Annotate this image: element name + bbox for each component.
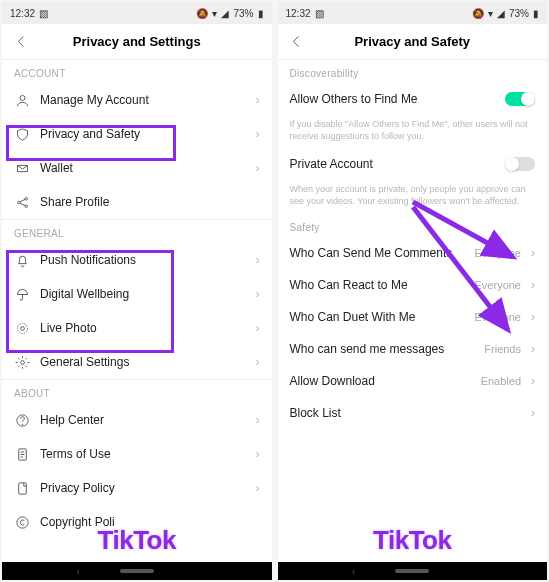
status-dnd-icon: 🔕 bbox=[472, 8, 484, 19]
svg-point-11 bbox=[16, 516, 27, 527]
header: Privacy and Settings bbox=[2, 24, 272, 60]
chevron-right-icon: › bbox=[531, 310, 535, 324]
row-help-center[interactable]: Help Center › bbox=[2, 403, 272, 437]
back-button[interactable] bbox=[12, 33, 30, 51]
svg-rect-10 bbox=[18, 482, 26, 493]
chevron-right-icon: › bbox=[256, 161, 260, 175]
status-battery-icon: ▮ bbox=[533, 8, 539, 19]
settings-list: ACCOUNT Manage My Account › Privacy and … bbox=[2, 60, 272, 562]
chevron-right-icon: › bbox=[531, 246, 535, 260]
row-terms[interactable]: Terms of Use › bbox=[2, 437, 272, 471]
chevron-right-icon: › bbox=[256, 481, 260, 495]
status-battery: 73% bbox=[233, 8, 253, 19]
android-navbar: ‹ › bbox=[2, 562, 272, 580]
row-general-settings[interactable]: General Settings › bbox=[2, 345, 272, 379]
row-label: Who Can Send Me Comments bbox=[290, 246, 465, 260]
chevron-right-icon: › bbox=[256, 413, 260, 427]
chevron-right-icon: › bbox=[531, 342, 535, 356]
svg-point-3 bbox=[25, 205, 28, 208]
android-navbar: ‹ › bbox=[278, 562, 548, 580]
chevron-right-icon: › bbox=[256, 253, 260, 267]
chevron-right-icon: › bbox=[256, 355, 260, 369]
page-title: Privacy and Safety bbox=[278, 34, 548, 49]
row-label: Digital Wellbeing bbox=[40, 287, 246, 301]
nav-home-pill[interactable] bbox=[120, 569, 154, 573]
section-account: ACCOUNT bbox=[2, 60, 272, 83]
row-private-account[interactable]: Private Account bbox=[278, 148, 548, 180]
row-block-list[interactable]: Block List › bbox=[278, 397, 548, 429]
chevron-right-icon: › bbox=[531, 406, 535, 420]
row-value: Everyone bbox=[475, 247, 521, 259]
chevron-right-icon: › bbox=[256, 127, 260, 141]
row-label: Live Photo bbox=[40, 321, 246, 335]
status-wifi-icon: ▾ bbox=[488, 8, 493, 19]
row-label: Push Notifications bbox=[40, 253, 246, 267]
share-icon bbox=[14, 194, 30, 210]
row-react[interactable]: Who Can React to Me Everyone › bbox=[278, 269, 548, 301]
phone-right: 12:32▧ 🔕▾◢73%▮ Privacy and Safety Discov… bbox=[278, 2, 548, 580]
svg-point-0 bbox=[20, 95, 25, 100]
chevron-right-icon: › bbox=[531, 374, 535, 388]
help-icon bbox=[14, 412, 30, 428]
row-digital-wellbeing[interactable]: Digital Wellbeing › bbox=[2, 277, 272, 311]
status-battery-icon: ▮ bbox=[258, 8, 264, 19]
row-wallet[interactable]: Wallet › bbox=[2, 151, 272, 185]
row-label: Who Can Duet With Me bbox=[290, 310, 465, 324]
shield-icon bbox=[14, 126, 30, 142]
status-app-icon: ▧ bbox=[315, 8, 324, 19]
status-signal-icon: ◢ bbox=[497, 8, 505, 19]
toggle-private[interactable] bbox=[505, 157, 535, 171]
row-manage-account[interactable]: Manage My Account › bbox=[2, 83, 272, 117]
row-value: Friends bbox=[484, 343, 521, 355]
row-messages[interactable]: Who can send me messages Friends › bbox=[278, 333, 548, 365]
row-download[interactable]: Allow Download Enabled › bbox=[278, 365, 548, 397]
policy-icon bbox=[14, 480, 30, 496]
back-arrow-icon bbox=[14, 34, 29, 49]
umbrella-icon bbox=[14, 286, 30, 302]
status-bar: 12:32▧ 🔕▾◢73%▮ bbox=[278, 2, 548, 24]
privacy-list: Discoverability Allow Others to Find Me … bbox=[278, 60, 548, 562]
row-label: Share Profile bbox=[40, 195, 260, 209]
row-privacy-safety[interactable]: Privacy and Safety › bbox=[2, 117, 272, 151]
header: Privacy and Safety bbox=[278, 24, 548, 60]
row-duet[interactable]: Who Can Duet With Me Everyone › bbox=[278, 301, 548, 333]
nav-home-pill[interactable] bbox=[395, 569, 429, 573]
nav-back-icon[interactable]: ‹ bbox=[352, 566, 355, 577]
nav-back-icon[interactable]: ‹ bbox=[76, 566, 79, 577]
svg-point-4 bbox=[20, 326, 24, 330]
person-icon bbox=[14, 92, 30, 108]
row-value: Enabled bbox=[481, 375, 521, 387]
live-photo-icon bbox=[14, 320, 30, 336]
section-general: GENERAL bbox=[2, 220, 272, 243]
row-share-profile[interactable]: Share Profile bbox=[2, 185, 272, 219]
row-label: Help Center bbox=[40, 413, 246, 427]
section-discoverability: Discoverability bbox=[278, 60, 548, 83]
copyright-icon bbox=[14, 514, 30, 530]
svg-point-5 bbox=[17, 323, 27, 333]
row-copyright[interactable]: Copyright Poli bbox=[2, 505, 272, 539]
svg-point-6 bbox=[20, 360, 24, 364]
row-label: Copyright Poli bbox=[40, 515, 260, 529]
svg-point-8 bbox=[22, 423, 23, 424]
status-time: 12:32 bbox=[286, 8, 311, 19]
back-arrow-icon bbox=[289, 34, 304, 49]
row-label: Who Can React to Me bbox=[290, 278, 465, 292]
help-private: When your account is private, only peopl… bbox=[278, 180, 548, 213]
row-label: Private Account bbox=[290, 157, 496, 171]
back-button[interactable] bbox=[288, 33, 306, 51]
row-label: Wallet bbox=[40, 161, 246, 175]
status-wifi-icon: ▾ bbox=[212, 8, 217, 19]
status-battery: 73% bbox=[509, 8, 529, 19]
page-title: Privacy and Settings bbox=[2, 34, 272, 49]
status-signal-icon: ◢ bbox=[221, 8, 229, 19]
toggle-allow-find[interactable] bbox=[505, 92, 535, 106]
phone-left: 12:32▧ 🔕▾◢73%▮ Privacy and Settings ACCO… bbox=[2, 2, 272, 580]
chevron-right-icon: › bbox=[256, 287, 260, 301]
row-label: Manage My Account bbox=[40, 93, 246, 107]
row-privacy-policy[interactable]: Privacy Policy › bbox=[2, 471, 272, 505]
row-allow-find[interactable]: Allow Others to Find Me bbox=[278, 83, 548, 115]
row-comments[interactable]: Who Can Send Me Comments Everyone › bbox=[278, 237, 548, 269]
row-live-photo[interactable]: Live Photo › bbox=[2, 311, 272, 345]
chevron-right-icon: › bbox=[531, 278, 535, 292]
row-push-notifications[interactable]: Push Notifications › bbox=[2, 243, 272, 277]
